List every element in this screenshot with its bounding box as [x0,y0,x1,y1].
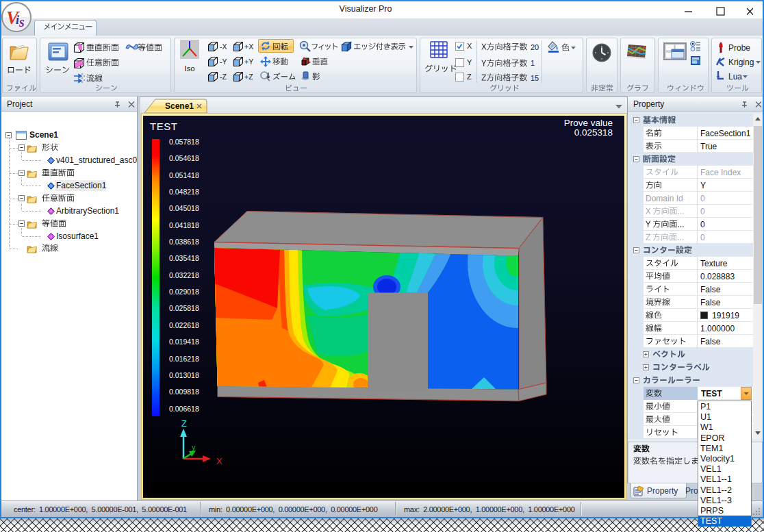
svg-text:y: y [192,443,196,451]
svg-text:s: s [18,14,25,29]
svg-text:Scene1: Scene1 [165,101,194,111]
svg-text:Z: Z [181,419,187,429]
svg-text:X: X [216,456,222,466]
